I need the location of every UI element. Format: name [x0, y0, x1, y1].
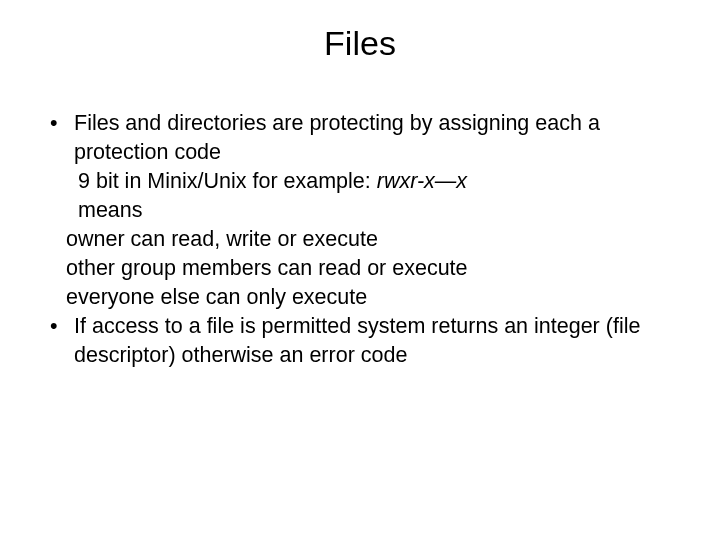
example-code: rwxr-x—x [377, 169, 467, 193]
everyone-line: everyone else can only execute [30, 283, 690, 312]
bullet-1-text: Files and directories are protecting by … [74, 109, 690, 167]
bullet-icon: • [50, 109, 74, 167]
group-line: other group members can read or execute [30, 254, 690, 283]
slide-body: • Files and directories are protecting b… [30, 109, 690, 370]
bullet-item-1: • Files and directories are protecting b… [30, 109, 690, 167]
owner-line: owner can read, write or execute [30, 225, 690, 254]
example-line: 9 bit in Minix/Unix for example: rwxr-x—… [30, 167, 690, 196]
bullet-icon: • [50, 312, 74, 370]
bullet-2-text: If access to a file is permitted system … [74, 312, 690, 370]
example-prefix: 9 bit in Minix/Unix for example: [78, 169, 377, 193]
slide-title: Files [30, 24, 690, 63]
means-line: means [30, 196, 690, 225]
bullet-item-2: • If access to a file is permitted syste… [30, 312, 690, 370]
